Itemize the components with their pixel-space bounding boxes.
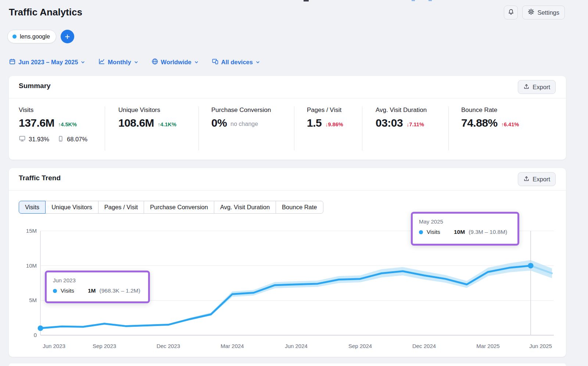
data-point-marker <box>38 326 43 331</box>
granularity-label: Monthly <box>108 59 131 66</box>
metric-value: 137.6M <box>19 117 54 129</box>
page-title: Traffic Analytics <box>9 7 82 18</box>
tooltip-value: 10M <box>454 229 465 235</box>
notifications-button[interactable] <box>504 6 518 19</box>
cutoff-fragment <box>304 0 309 1</box>
metric-value: 1.5 <box>307 117 322 129</box>
globe-icon <box>151 58 158 66</box>
metric-unique-visitors: Unique Visitors 108.6M ↑4.1K% <box>118 106 176 129</box>
y-axis-label: 10M <box>26 262 37 269</box>
add-competitor-button[interactable]: + <box>61 30 74 43</box>
metric-visits: Visits 137.6M ↑4.5K% 31.93% 68.07% <box>19 106 87 144</box>
tooltip-range: (9.3M – 10.8M) <box>469 229 507 235</box>
series-color-dot <box>419 230 423 234</box>
granularity-filter[interactable]: Monthly <box>98 58 138 66</box>
chart-tooltip-may-2025: May 2025 Visits 10M (9.3M – 10.8M) <box>411 212 519 246</box>
tooltip-period: May 2025 <box>419 218 511 225</box>
x-axis-label: Mar 2025 <box>476 343 499 349</box>
metric-label: Unique Visitors <box>118 106 176 114</box>
domain-chip-label: lens.google <box>20 33 50 40</box>
tooltip-period: Jun 2023 <box>53 277 141 283</box>
tab-visits[interactable]: Visits <box>19 201 46 214</box>
domain-chip[interactable]: lens.google <box>7 30 56 43</box>
metric-delta: ↑4.1K% <box>158 122 176 129</box>
filter-row: Jun 2023 – May 2025 Monthly Worldwide <box>9 58 260 66</box>
metric-value: 0% <box>211 117 227 129</box>
settings-button[interactable]: Settings <box>522 6 565 19</box>
gear-icon <box>528 8 534 17</box>
traffic-trend-chart[interactable]: 05M10M15MJun 2023Sep 2023Dec 2023Mar 202… <box>9 168 566 357</box>
metric-value: 108.6M <box>118 117 154 129</box>
mobile-icon <box>57 135 64 144</box>
y-axis-label: 0 <box>34 332 37 338</box>
metric-value: 74.88% <box>461 117 498 129</box>
data-point-marker <box>528 263 534 268</box>
desktop-share: 31.93% <box>29 136 49 143</box>
series-color-dot <box>12 35 17 39</box>
metric-label: Pages / Visit <box>307 106 343 114</box>
devices-icon <box>212 58 219 66</box>
x-axis-label: Dec 2024 <box>412 343 436 349</box>
trend-line-icon <box>98 58 105 66</box>
summary-card: Summary Export Visits 137.6M ↑4.5K% <box>9 76 566 160</box>
divider <box>198 106 199 151</box>
x-axis-label: Dec 2023 <box>157 343 180 349</box>
metric-delta: no change <box>230 121 258 129</box>
y-axis-label: 5M <box>29 297 37 303</box>
date-range-label: Jun 2023 – May 2025 <box>18 59 78 66</box>
x-axis-label: Jun 2025 <box>529 343 552 349</box>
metric-label: Avg. Visit Duration <box>376 106 427 114</box>
y-axis-label: 15M <box>26 228 37 234</box>
metric-pages-per-visit: Pages / Visit 1.5 ↓9.86% <box>307 106 343 129</box>
metric-delta: ↑6.41% <box>501 122 519 129</box>
metric-value: 03:03 <box>376 117 403 129</box>
tooltip-value: 1M <box>88 287 96 294</box>
metric-label: Visits <box>19 106 87 114</box>
devices-filter[interactable]: All devices <box>212 58 260 66</box>
target-chip-row: lens.google + <box>7 30 74 43</box>
divider <box>362 106 362 151</box>
chevron-down-icon <box>134 60 139 65</box>
summary-export-label: Export <box>533 84 550 91</box>
topbar-buttons: Settings <box>504 6 565 19</box>
metric-delta: ↑4.5K% <box>58 122 77 129</box>
metric-label: Purchase Conversion <box>211 106 271 114</box>
next-card-sliver <box>9 363 566 366</box>
devices-label: All devices <box>221 59 253 66</box>
desktop-icon <box>19 135 26 144</box>
cutoff-fragment <box>429 0 432 1</box>
x-axis-label: Jun 2023 <box>43 343 65 349</box>
summary-title: Summary <box>19 82 51 90</box>
region-label: Worldwide <box>161 59 191 66</box>
metric-avg-visit-duration: Avg. Visit Duration 03:03 ↓7.11% <box>376 106 427 129</box>
chevron-down-icon <box>194 60 199 65</box>
tooltip-series-name: Visits <box>427 229 449 235</box>
chevron-down-icon <box>80 60 85 65</box>
date-range-filter[interactable]: Jun 2023 – May 2025 <box>9 58 85 66</box>
metric-bounce-rate: Bounce Rate 74.88% ↑6.41% <box>461 106 519 129</box>
cutoff-fragment <box>412 0 415 1</box>
series-color-dot <box>53 289 57 293</box>
device-split-row: 31.93% 68.07% <box>19 135 87 144</box>
metric-delta: ↓9.86% <box>325 122 343 129</box>
settings-button-label: Settings <box>537 9 559 16</box>
x-axis-label: Mar 2024 <box>220 343 244 349</box>
x-axis-label: Sep 2023 <box>93 343 116 349</box>
mobile-share: 68.07% <box>67 136 87 143</box>
divider <box>105 106 105 151</box>
summary-export-button[interactable]: Export <box>518 80 556 94</box>
divider <box>9 98 566 98</box>
metric-purchase-conversion: Purchase Conversion 0% no change <box>211 106 271 129</box>
region-filter[interactable]: Worldwide <box>151 58 199 66</box>
metric-delta: ↓7.11% <box>406 122 424 129</box>
traffic-trend-card: Traffic Trend Export Visits Unique Visit… <box>9 168 566 357</box>
divider <box>448 106 449 151</box>
bell-icon <box>508 8 514 17</box>
tooltip-series-name: Visits <box>61 287 83 294</box>
traffic-analytics-page: { "page": { "title": "Traffic Analytics"… <box>0 0 588 366</box>
calendar-icon <box>9 58 16 66</box>
chevron-down-icon <box>255 60 260 65</box>
x-axis-label: Sep 2024 <box>348 343 372 349</box>
divider <box>294 106 294 151</box>
export-icon <box>523 83 530 91</box>
